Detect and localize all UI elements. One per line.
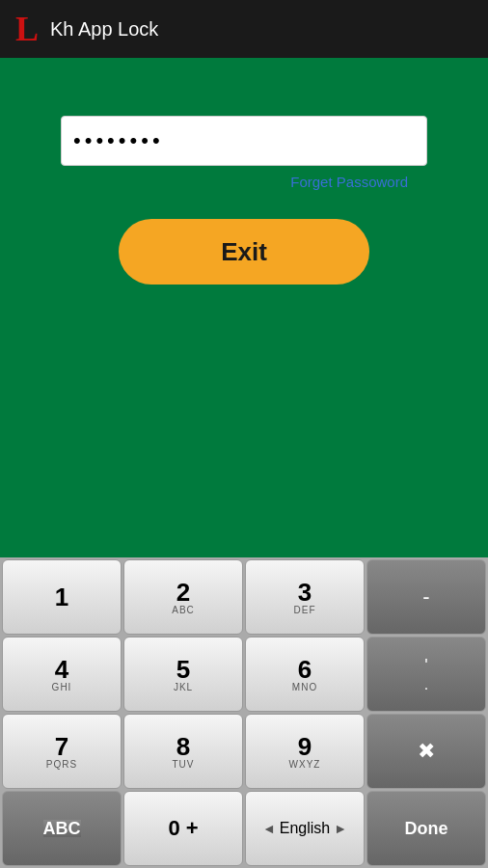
key-4[interactable]: 4 GHI <box>2 637 122 712</box>
key-row-2: 4 GHI 5 JKL 6 MNO ' . <box>2 637 486 712</box>
key-2[interactable]: 2 ABC <box>123 559 243 635</box>
exit-button[interactable]: Exit <box>119 219 369 285</box>
key-language[interactable]: ◄ English ► <box>245 791 365 866</box>
forget-password-link[interactable]: Forget Passoword <box>290 174 408 190</box>
keyboard: 1 2 ABC 3 DEF - 4 GHI 5 JKL 6 MNO ' . <box>0 557 488 868</box>
main-content: Forget Passoword Exit <box>0 58 488 557</box>
app-logo: L <box>15 12 39 46</box>
key-backspace[interactable]: ✖ <box>366 714 486 789</box>
app-title: Kh App Lock <box>50 18 158 41</box>
key-abc[interactable]: ABC <box>2 791 122 866</box>
key-7[interactable]: 7 PQRS <box>2 714 122 789</box>
key-row-bottom: ABC 0 + ◄ English ► Done <box>2 791 486 866</box>
key-6[interactable]: 6 MNO <box>245 637 365 712</box>
key-done[interactable]: Done <box>366 791 486 866</box>
password-input[interactable] <box>61 116 427 166</box>
key-8[interactable]: 8 TUV <box>123 714 243 789</box>
key-row-3: 7 PQRS 8 TUV 9 WXYZ ✖ <box>2 714 486 789</box>
app-header: L Kh App Lock <box>0 0 488 58</box>
key-comma-period[interactable]: ' . <box>366 637 486 712</box>
key-row-1: 1 2 ABC 3 DEF - <box>2 559 486 635</box>
backspace-icon: ✖ <box>418 739 435 764</box>
lang-left-arrow: ◄ <box>262 821 276 836</box>
key-9[interactable]: 9 WXYZ <box>245 714 365 789</box>
done-label: Done <box>405 819 448 839</box>
key-5[interactable]: 5 JKL <box>123 637 243 712</box>
lang-right-arrow: ► <box>334 821 347 836</box>
key-0-plus[interactable]: 0 + <box>123 791 243 866</box>
key-1[interactable]: 1 <box>2 559 122 635</box>
key-minus[interactable]: - <box>366 559 486 635</box>
key-3[interactable]: 3 DEF <box>245 559 365 635</box>
lang-label: English <box>280 820 330 837</box>
